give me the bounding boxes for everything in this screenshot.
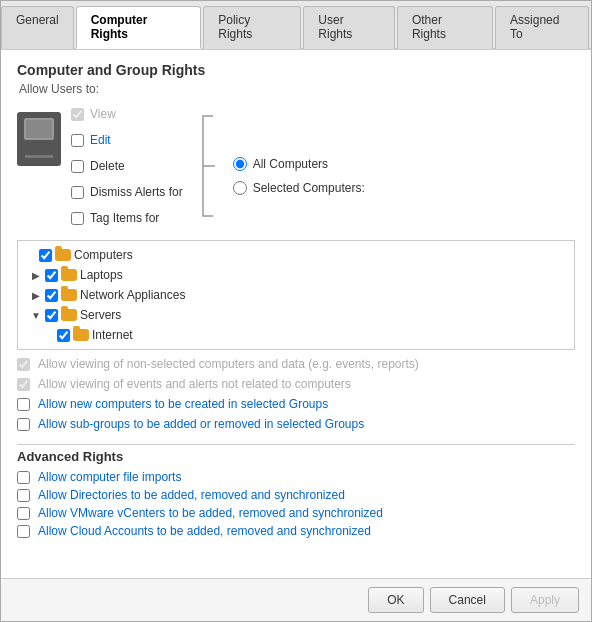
adv1-checkbox[interactable]: [17, 471, 30, 484]
tree-row-internet: Internet: [20, 325, 572, 345]
cancel-button[interactable]: Cancel: [430, 587, 505, 613]
adv3-checkbox[interactable]: [17, 507, 30, 520]
view-checkbox[interactable]: [71, 108, 84, 121]
perm1-checkbox: [17, 358, 30, 371]
perm1-label: Allow viewing of non-selected computers …: [38, 357, 419, 371]
perm2-checkbox: [17, 378, 30, 391]
tree-row-computers: Computers: [20, 245, 572, 265]
network-appliances-folder-icon: [61, 289, 77, 301]
laptops-checkbox[interactable]: [45, 269, 58, 282]
tree-row-servers: ▼ Servers: [20, 305, 572, 325]
tab-bar: General Computer Rights Policy Rights Us…: [1, 1, 591, 50]
tab-user-rights[interactable]: User Rights: [303, 6, 395, 49]
ok-button[interactable]: OK: [368, 587, 423, 613]
perm-row-4: Allow sub-groups to be added or removed …: [17, 416, 575, 432]
adv2-label: Allow Directories to be added, removed a…: [38, 488, 345, 502]
checkbox-dismiss: Dismiss Alerts for: [71, 182, 183, 202]
all-computers-label: All Computers: [253, 157, 328, 171]
dismiss-checkbox[interactable]: [71, 186, 84, 199]
perm2-label: Allow viewing of events and alerts not r…: [38, 377, 351, 391]
tag-checkbox[interactable]: [71, 212, 84, 225]
selected-computers-label: Selected Computers:: [253, 181, 365, 195]
tab-assigned-to[interactable]: Assigned To: [495, 6, 589, 49]
perm3-checkbox[interactable]: [17, 398, 30, 411]
network-appliances-toggle[interactable]: ▶: [30, 289, 42, 301]
section-title: Computer and Group Rights: [17, 62, 575, 78]
adv4-label: Allow Cloud Accounts to be added, remove…: [38, 524, 371, 538]
checkbox-tag: Tag Items for: [71, 208, 183, 228]
servers-label: Servers: [80, 308, 121, 322]
adv3-label: Allow VMware vCenters to be added, remov…: [38, 506, 383, 520]
computers-checkbox[interactable]: [39, 249, 52, 262]
adv-row-4: Allow Cloud Accounts to be added, remove…: [17, 524, 575, 538]
selected-computers-radio[interactable]: [233, 181, 247, 195]
servers-folder-icon: [61, 309, 77, 321]
perm4-checkbox[interactable]: [17, 418, 30, 431]
tab-general[interactable]: General: [1, 6, 74, 49]
servers-toggle[interactable]: ▼: [30, 309, 42, 321]
adv2-checkbox[interactable]: [17, 489, 30, 502]
tab-computer-rights[interactable]: Computer Rights: [76, 6, 202, 49]
tag-label: Tag Items for: [90, 211, 159, 225]
radio-selected-computers: Selected Computers:: [233, 181, 365, 195]
perm4-label: Allow sub-groups to be added or removed …: [38, 417, 364, 431]
allow-label: Allow Users to:: [17, 82, 575, 96]
apply-button[interactable]: Apply: [511, 587, 579, 613]
adv-row-1: Allow computer file imports: [17, 470, 575, 484]
delete-label: Delete: [90, 159, 125, 173]
radio-group: All Computers Selected Computers:: [233, 104, 365, 228]
adv4-checkbox[interactable]: [17, 525, 30, 538]
main-window: General Computer Rights Policy Rights Us…: [0, 0, 592, 622]
bracket-icon: [193, 111, 223, 221]
network-appliances-checkbox[interactable]: [45, 289, 58, 302]
edit-checkbox[interactable]: [71, 134, 84, 147]
laptops-toggle[interactable]: ▶: [30, 269, 42, 281]
advanced-rights-area: Allow computer file imports Allow Direct…: [17, 470, 575, 542]
tab-policy-rights[interactable]: Policy Rights: [203, 6, 301, 49]
checkbox-delete: Delete: [71, 156, 183, 176]
adv-row-3: Allow VMware vCenters to be added, remov…: [17, 506, 575, 520]
internet-folder-icon: [73, 329, 89, 341]
computers-toggle-placeholder: [24, 249, 36, 261]
network-appliances-label: Network Appliances: [80, 288, 185, 302]
tab-other-rights[interactable]: Other Rights: [397, 6, 493, 49]
checkboxes-column: View Edit Delete Dismiss Alerts for Tag …: [71, 104, 183, 228]
tree-inner: Computers ▶ Laptops ▶ Network Appliances: [18, 241, 574, 349]
computer-screen: [24, 118, 54, 140]
laptops-label: Laptops: [80, 268, 123, 282]
internet-toggle-placeholder: [42, 329, 54, 341]
permissions-area: Allow viewing of non-selected computers …: [17, 356, 575, 436]
internet-label: Internet: [92, 328, 133, 342]
radio-all-computers: All Computers: [233, 157, 365, 171]
delete-checkbox[interactable]: [71, 160, 84, 173]
laptops-folder-icon: [61, 269, 77, 281]
adv1-label: Allow computer file imports: [38, 470, 181, 484]
all-computers-radio[interactable]: [233, 157, 247, 171]
main-content: Computer and Group Rights Allow Users to…: [1, 50, 591, 578]
computer-icon: [17, 112, 61, 166]
view-label: View: [90, 107, 116, 121]
footer: OK Cancel Apply: [1, 578, 591, 621]
computers-label: Computers: [74, 248, 133, 262]
advanced-rights-title: Advanced Rights: [17, 444, 575, 464]
checkbox-view: View: [71, 104, 183, 124]
perm-row-1: Allow viewing of non-selected computers …: [17, 356, 575, 372]
dismiss-label: Dismiss Alerts for: [90, 185, 183, 199]
computers-folder-icon: [55, 249, 71, 261]
perm3-label: Allow new computers to be created in sel…: [38, 397, 328, 411]
perm-row-3: Allow new computers to be created in sel…: [17, 396, 575, 412]
adv-row-2: Allow Directories to be added, removed a…: [17, 488, 575, 502]
bracket-area: [183, 104, 233, 228]
checkbox-edit: Edit: [71, 130, 183, 150]
rights-area: View Edit Delete Dismiss Alerts for Tag …: [17, 104, 575, 228]
tree-row-network-appliances: ▶ Network Appliances: [20, 285, 572, 305]
servers-checkbox[interactable]: [45, 309, 58, 322]
tree-container[interactable]: Computers ▶ Laptops ▶ Network Appliances: [17, 240, 575, 350]
edit-label: Edit: [90, 133, 111, 147]
perm-row-2: Allow viewing of events and alerts not r…: [17, 376, 575, 392]
tree-row-laptops: ▶ Laptops: [20, 265, 572, 285]
internet-checkbox[interactable]: [57, 329, 70, 342]
